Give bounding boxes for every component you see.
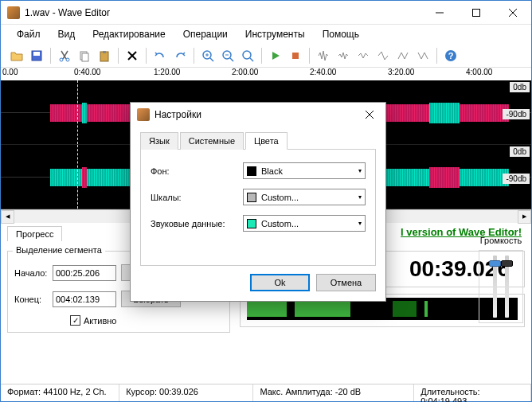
- background-select[interactable]: Black ▾: [243, 162, 366, 179]
- tab-colors[interactable]: Цвета: [245, 132, 288, 150]
- svg-point-6: [60, 58, 63, 61]
- scales-label: Шкалы:: [151, 193, 243, 202]
- sound-data-select[interactable]: Custom... ▾: [243, 215, 366, 232]
- titlebar: 1.wav - Wave Editor: [1, 1, 531, 25]
- toolbar: ?: [1, 44, 531, 68]
- volume-group: Громкость: [479, 236, 523, 323]
- window-title: 1.wav - Wave Editor: [25, 7, 421, 18]
- end-input[interactable]: [53, 291, 116, 307]
- delete-button[interactable]: [123, 46, 142, 65]
- ruler-tick: 2:40.00: [310, 68, 336, 76]
- active-checkbox[interactable]: ✓: [70, 315, 80, 326]
- start-label: Начало:: [14, 268, 48, 278]
- db-label: -90db: [503, 109, 530, 119]
- chevron-down-icon: ▾: [358, 193, 362, 201]
- end-label: Конец:: [14, 295, 48, 304]
- cut-button[interactable]: [55, 46, 74, 65]
- db-label: -90db: [503, 174, 530, 184]
- effect1-button[interactable]: [314, 46, 333, 65]
- undo-button[interactable]: [151, 46, 170, 65]
- chevron-down-icon: ▾: [358, 220, 362, 227]
- svg-rect-5: [33, 52, 40, 56]
- status-format: Формат: 44100 Hz, 2 Ch.: [1, 384, 119, 401]
- svg-line-19: [230, 58, 233, 61]
- db-label: 0db: [510, 82, 530, 92]
- ruler-tick: 4:00.00: [466, 68, 492, 76]
- sound-data-label: Звуковые данные:: [151, 219, 243, 228]
- zoom-fit-button[interactable]: [238, 46, 257, 65]
- start-input[interactable]: [53, 265, 116, 281]
- dialog-icon: [137, 108, 150, 121]
- menu-view[interactable]: Вид: [50, 26, 84, 42]
- scroll-left-button[interactable]: ◀: [1, 210, 14, 224]
- cancel-button[interactable]: Отмена: [316, 274, 376, 291]
- save-button[interactable]: [27, 46, 46, 65]
- effect5-button[interactable]: [393, 46, 413, 65]
- ruler-tick: 0:40.00: [74, 68, 100, 76]
- effect6-button[interactable]: [413, 46, 432, 65]
- stop-button[interactable]: [286, 46, 305, 65]
- time-ruler[interactable]: 0.00 0:40.00 1:20.00 2:00.00 2:40.00 3:2…: [1, 68, 531, 80]
- menu-file[interactable]: Файл: [9, 26, 49, 42]
- svg-line-22: [250, 58, 253, 61]
- menubar: Файл Вид Редактирование Операции Инструм…: [1, 25, 531, 44]
- svg-line-15: [210, 58, 213, 61]
- redo-button[interactable]: [170, 46, 190, 65]
- color-swatch: [247, 219, 256, 228]
- active-label: Активно: [84, 316, 117, 326]
- svg-rect-1: [473, 9, 480, 16]
- open-button[interactable]: [7, 46, 26, 65]
- background-label: Фон:: [151, 166, 243, 176]
- effect2-button[interactable]: [334, 46, 353, 65]
- svg-point-21: [243, 51, 251, 59]
- settings-dialog: Настройки Язык Системные Цвета Фон: Blac…: [130, 102, 386, 302]
- svg-rect-23: [292, 53, 299, 59]
- statusbar: Формат: 44100 Hz, 2 Ch. Курсор: 00:39.02…: [1, 384, 531, 401]
- svg-rect-9: [82, 53, 88, 61]
- svg-text:?: ?: [448, 51, 454, 60]
- ruler-tick: 2:00.00: [232, 68, 258, 76]
- scroll-right-button[interactable]: ▶: [518, 210, 531, 224]
- tab-language[interactable]: Язык: [140, 132, 178, 150]
- segment-legend: Выделение сегмента: [13, 245, 105, 255]
- tab-system[interactable]: Системные: [180, 132, 244, 150]
- maximize-button[interactable]: [458, 1, 495, 25]
- status-length: Длительность: 0:04:19.493: [414, 384, 531, 401]
- effect3-button[interactable]: [354, 46, 373, 65]
- ruler-tick: 1:20.00: [154, 68, 180, 76]
- color-swatch: [247, 166, 256, 176]
- status-cursor: Курсор: 00:39.026: [119, 384, 253, 401]
- svg-rect-11: [103, 51, 106, 53]
- zoom-in-button[interactable]: [198, 46, 217, 65]
- play-button[interactable]: [266, 46, 285, 65]
- effect4-button[interactable]: [374, 46, 393, 65]
- color-swatch: [247, 193, 256, 202]
- volume-legend: Громкость: [479, 236, 523, 245]
- copy-button[interactable]: [75, 46, 94, 65]
- status-amplitude: Макс. Амплитуда: -20 dB: [253, 384, 414, 401]
- menu-operations[interactable]: Операции: [175, 26, 236, 42]
- scales-select[interactable]: Custom... ▾: [243, 189, 366, 205]
- db-label: 0db: [510, 146, 530, 157]
- ruler-tick: 0.00: [2, 68, 18, 76]
- menu-tools[interactable]: Инструменты: [237, 26, 313, 42]
- menu-help[interactable]: Помощь: [315, 26, 367, 42]
- dialog-title: Настройки: [155, 109, 354, 120]
- minimize-button[interactable]: [421, 1, 458, 25]
- ruler-tick: 3:20.00: [388, 68, 414, 76]
- main-window: 1.wav - Wave Editor Файл Вид Редактирова…: [0, 0, 532, 402]
- volume-slider-left[interactable]: [493, 256, 497, 318]
- app-icon: [7, 6, 20, 19]
- paste-button[interactable]: [95, 46, 114, 65]
- dialog-close-button[interactable]: [354, 103, 385, 127]
- close-button[interactable]: [495, 1, 531, 25]
- zoom-out-button[interactable]: [218, 46, 237, 65]
- menu-edit[interactable]: Редактирование: [84, 26, 173, 42]
- chevron-down-icon: ▾: [358, 167, 362, 174]
- help-button[interactable]: ?: [441, 46, 460, 65]
- dialog-titlebar: Настройки: [131, 103, 385, 127]
- ok-button[interactable]: Ok: [250, 274, 310, 291]
- svg-point-7: [66, 58, 69, 61]
- tab-progress[interactable]: Прогресс: [7, 226, 62, 241]
- volume-slider-right[interactable]: [505, 256, 509, 318]
